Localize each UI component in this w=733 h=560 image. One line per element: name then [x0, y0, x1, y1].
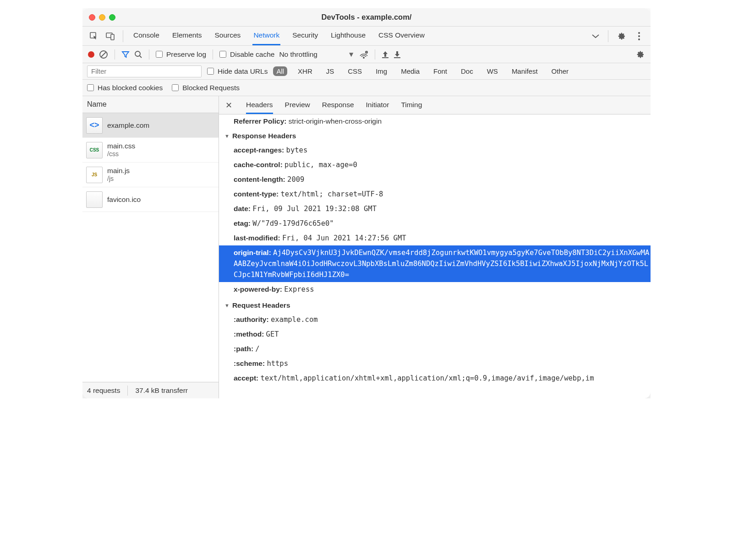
details-body[interactable]: Referrer Policy: strict-origin-when-cros…: [219, 114, 651, 398]
response-headers-section[interactable]: ▼ Response Headers: [219, 127, 651, 143]
tab-lighthouse[interactable]: Lighthouse: [330, 27, 366, 45]
header-value: text/html; charset=UTF-8: [280, 190, 383, 198]
upload-har-icon[interactable]: [382, 50, 389, 59]
header-key: content-type:: [234, 190, 280, 198]
header-key: x-powered-by:: [234, 285, 284, 293]
request-path: /js: [107, 175, 130, 183]
css-file-icon: CSS: [86, 142, 103, 158]
request-headers-title: Request Headers: [232, 301, 290, 310]
hide-data-urls-label: Hide data URLs: [218, 67, 268, 76]
record-button[interactable]: [88, 51, 94, 58]
details-tab-response[interactable]: Response: [322, 96, 354, 114]
type-filter-font[interactable]: Font: [430, 66, 450, 76]
requests-footer: 4 requests 37.4 kB transferr: [82, 382, 219, 398]
type-filter-xhr[interactable]: XHR: [295, 66, 316, 76]
request-row[interactable]: JSmain.js/js: [82, 163, 219, 187]
header-value: W/"7d9-179d76c65e0": [252, 219, 334, 228]
details-tab-initiator[interactable]: Initiator: [366, 96, 389, 114]
header-key: :scheme:: [234, 359, 267, 367]
inspect-element-icon[interactable]: [88, 30, 100, 42]
filter-icon[interactable]: [121, 50, 130, 59]
blocked-requests-checkbox[interactable]: Blocked Requests: [172, 84, 240, 92]
minimize-window-button[interactable]: [99, 14, 105, 21]
header-row[interactable]: accept: text/html,application/xhtml+xml,…: [219, 371, 651, 386]
clear-icon[interactable]: [99, 50, 108, 59]
download-har-icon[interactable]: [394, 50, 401, 59]
header-row[interactable]: :scheme: https: [219, 356, 651, 371]
tab-elements[interactable]: Elements: [171, 27, 203, 45]
header-row[interactable]: date: Fri, 09 Jul 2021 19:32:08 GMT: [219, 201, 651, 216]
type-filter-js[interactable]: JS: [323, 66, 338, 76]
header-row[interactable]: origin-trial: Aj4DysCv3VjknU3jJvkDEwnQZK…: [219, 245, 651, 282]
type-filter-img[interactable]: Img: [372, 66, 390, 76]
throttling-select[interactable]: No throttling ▼: [279, 50, 355, 59]
details-tab-timing[interactable]: Timing: [401, 96, 422, 114]
divider: [127, 386, 128, 396]
has-blocked-cookies-label: Has blocked cookies: [98, 84, 163, 92]
request-row[interactable]: CSSmain.css/css: [82, 138, 219, 163]
divider: [115, 49, 115, 60]
search-icon[interactable]: [134, 50, 142, 59]
close-details-icon[interactable]: ✕: [224, 100, 234, 110]
header-value: https: [267, 359, 288, 368]
disclosure-triangle-icon: ▼: [224, 303, 230, 308]
svg-point-6: [100, 51, 107, 58]
header-row[interactable]: content-type: text/html; charset=UTF-8: [219, 187, 651, 201]
header-value: GET: [266, 330, 279, 338]
disable-cache-checkbox[interactable]: Disable cache: [219, 50, 274, 59]
zoom-window-button[interactable]: [109, 14, 115, 21]
requests-panel: Name <>example.comCSSmain.css/cssJSmain.…: [82, 96, 219, 398]
type-filter-doc[interactable]: Doc: [458, 66, 476, 76]
header-row[interactable]: :authority: example.com: [219, 312, 651, 327]
js-file-icon: JS: [86, 167, 103, 183]
header-row[interactable]: :method: GET: [219, 327, 651, 342]
close-window-button[interactable]: [89, 14, 95, 21]
network-settings-icon[interactable]: [636, 50, 645, 59]
request-name: favicon.ico: [107, 195, 141, 204]
request-headers-section[interactable]: ▼ Request Headers: [219, 297, 651, 312]
preserve-log-checkbox[interactable]: Preserve log: [156, 50, 206, 59]
type-filter-manifest[interactable]: Manifest: [509, 66, 541, 76]
tab-console[interactable]: Console: [132, 27, 160, 45]
html-file-icon: <>: [86, 117, 103, 134]
header-row[interactable]: content-length: 2009: [219, 172, 651, 187]
tab-sources[interactable]: Sources: [214, 27, 242, 45]
header-row[interactable]: :path: /: [219, 342, 651, 356]
type-filter-all[interactable]: All: [273, 66, 287, 76]
header-row[interactable]: accept-ranges: bytes: [219, 143, 651, 158]
requests-column-header[interactable]: Name: [82, 96, 219, 113]
kebab-menu-icon[interactable]: [633, 30, 645, 42]
svg-point-3: [638, 32, 640, 34]
svg-point-11: [366, 51, 368, 53]
device-toolbar-icon[interactable]: [104, 30, 116, 42]
type-filter-other[interactable]: Other: [548, 66, 572, 76]
settings-icon[interactable]: [616, 30, 628, 42]
more-tabs-icon[interactable]: [590, 30, 602, 42]
request-row[interactable]: favicon.ico: [82, 187, 219, 212]
network-conditions-icon[interactable]: [359, 50, 368, 59]
has-blocked-cookies-checkbox[interactable]: Has blocked cookies: [87, 84, 163, 92]
request-row[interactable]: <>example.com: [82, 113, 219, 138]
header-row[interactable]: x-powered-by: Express: [219, 282, 651, 297]
divider: [608, 30, 608, 42]
hide-data-urls-checkbox[interactable]: Hide data URLs: [207, 67, 268, 76]
details-tab-headers[interactable]: Headers: [246, 96, 273, 114]
filter-bar: Hide data URLs AllXHRJSCSSImgMediaFontDo…: [82, 63, 651, 80]
transfer-size: 37.4 kB transferr: [135, 386, 188, 395]
details-tab-preview[interactable]: Preview: [285, 96, 310, 114]
filter-input[interactable]: [87, 65, 202, 77]
type-filter-media[interactable]: Media: [398, 66, 423, 76]
tab-security[interactable]: Security: [291, 27, 319, 45]
type-filter-ws[interactable]: WS: [484, 66, 501, 76]
header-row[interactable]: cache-control: public, max-age=0: [219, 158, 651, 172]
header-key: accept:: [234, 374, 261, 382]
type-filter-css[interactable]: CSS: [345, 66, 365, 76]
divider: [149, 49, 149, 60]
request-path: /css: [107, 150, 135, 158]
svg-rect-1: [106, 33, 112, 38]
referrer-policy-row: Referrer Policy: strict-origin-when-cros…: [219, 115, 651, 127]
header-row[interactable]: last-modified: Fri, 04 Jun 2021 14:27:56…: [219, 231, 651, 245]
tab-css-overview[interactable]: CSS Overview: [377, 27, 426, 45]
tab-network[interactable]: Network: [252, 27, 280, 45]
header-row[interactable]: etag: W/"7d9-179d76c65e0": [219, 216, 651, 231]
